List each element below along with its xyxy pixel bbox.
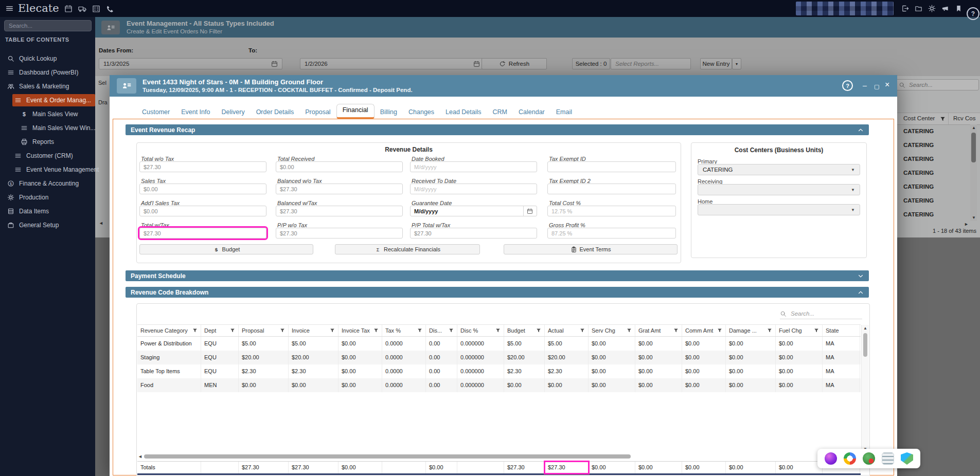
field-input-balanced-w-tax[interactable]: $27.30 <box>276 206 403 216</box>
calendar-icon[interactable] <box>64 5 73 13</box>
sidebar-item-production[interactable]: Production <box>0 191 95 204</box>
filter-button[interactable] <box>280 328 285 333</box>
chevron-down-icon[interactable] <box>858 273 864 279</box>
field-input-received-to-date[interactable]: M/d/yyyy <box>410 184 537 194</box>
breakdown-search-input[interactable] <box>790 310 853 317</box>
sidebar-item-customer-crm[interactable]: Customer (CRM) <box>0 150 95 162</box>
field-input-guarantee-date[interactable]: M/d/yyyy <box>410 206 537 216</box>
event-terms-button[interactable]: Event Terms <box>504 244 678 254</box>
tab-crm[interactable]: CRM <box>487 106 513 119</box>
table-row-table-top-items[interactable]: Table Top ItemsEQU$2.30$2.30$0.000.00000… <box>137 364 861 378</box>
bookmark-icon[interactable] <box>955 5 963 12</box>
shield-icon[interactable] <box>901 452 913 465</box>
table-row-staging[interactable]: StagingEQU$20.00$20.00$0.000.00000.000.0… <box>137 351 861 364</box>
tab-email[interactable]: Email <box>550 106 578 119</box>
filter-button[interactable] <box>767 328 772 333</box>
minimize-button[interactable]: – <box>863 81 867 90</box>
sidebar-item-finance-accounting[interactable]: $Finance & Accounting <box>0 177 95 190</box>
sidebar-search-input[interactable] <box>4 20 92 31</box>
event-dialog-header[interactable]: Event 1433 Night of Stars - 0M - M Build… <box>110 75 897 97</box>
filter-button[interactable] <box>330 328 335 333</box>
field-input-sales-tax[interactable]: $0.00 <box>139 184 266 194</box>
megaphone-icon[interactable] <box>941 5 949 12</box>
filter-button[interactable] <box>192 328 198 333</box>
table-row-food[interactable]: FoodMEN$0.00$0.00$0.000.00000.000.000000… <box>137 378 861 392</box>
purple-orb-icon[interactable] <box>825 452 837 465</box>
calendar-button[interactable] <box>523 206 533 216</box>
sidebar-item-event-order-manag[interactable]: Event & Order Manag... <box>12 94 95 106</box>
filter-button[interactable] <box>373 328 379 333</box>
filter-button[interactable] <box>814 328 819 333</box>
chevron-up-icon[interactable] <box>858 127 864 133</box>
tab-calendar[interactable]: Calendar <box>513 106 550 119</box>
color-wheel-icon[interactable] <box>844 452 856 465</box>
filter-button[interactable] <box>230 328 235 333</box>
section-event-revenue-recap[interactable]: Event Revenue Recap <box>126 124 869 135</box>
menu-icon[interactable] <box>5 4 14 13</box>
folder-icon[interactable] <box>915 5 922 12</box>
tab-changes[interactable]: Changes <box>403 106 440 119</box>
close-button[interactable]: × <box>885 80 889 89</box>
recalculate-financials-button[interactable]: ΣRecalculate Financials <box>335 244 480 254</box>
field-input-total-cost[interactable]: 12.75 % <box>547 206 676 216</box>
field-input-add-l-sales-tax[interactable]: $0.00 <box>139 206 266 216</box>
breakdown-search-box[interactable] <box>780 308 862 319</box>
global-help-button[interactable]: ? <box>967 7 979 20</box>
filter-button[interactable] <box>495 328 501 333</box>
tab-billing[interactable]: Billing <box>375 106 403 119</box>
tab-delivery[interactable]: Delivery <box>216 106 250 119</box>
field-input-total-w-tax[interactable]: $27.30 <box>139 228 266 239</box>
list-icon[interactable] <box>882 452 894 465</box>
section-payment-schedule[interactable]: Payment Schedule <box>126 270 869 281</box>
field-input-tax-exempt-id[interactable] <box>547 161 676 172</box>
cost-center-select-receiving[interactable]: ▼ <box>698 184 860 195</box>
scroll-up-icon[interactable]: ▲ <box>863 326 867 331</box>
truck-icon[interactable] <box>78 5 86 13</box>
menu-icon[interactable] <box>5 4 14 13</box>
logout-icon[interactable] <box>901 5 909 12</box>
sidebar-item-event-venue-management[interactable]: Event Venue Management <box>0 163 95 176</box>
sidebar-item-general-setup[interactable]: General Setup <box>0 219 95 231</box>
field-input-gross-profit[interactable]: 87.25 % <box>547 228 676 239</box>
cost-center-select-primary[interactable]: CATERING▼ <box>698 164 860 175</box>
field-input-total-w-o-tax[interactable]: $27.30 <box>139 161 266 172</box>
tab-customer[interactable]: Customer <box>136 106 175 119</box>
table-horizontal-scrollbar[interactable]: ◄ <box>138 453 860 460</box>
filter-button[interactable] <box>673 328 679 333</box>
filter-button[interactable] <box>627 328 632 333</box>
section-revenue-code-breakdown[interactable]: Revenue Code Breakdown <box>126 287 869 298</box>
field-input-balanced-w-o-tax[interactable]: $27.30 <box>276 184 403 194</box>
sidebar-item-reports[interactable]: Reports <box>0 136 95 148</box>
green-badge-icon[interactable] <box>863 452 875 465</box>
field-input-p-p-w-o-tax[interactable]: $27.30 <box>276 228 403 239</box>
field-input-tax-exempt-id-2[interactable] <box>547 184 676 194</box>
tab-proposal[interactable]: Proposal <box>299 106 336 119</box>
field-input-date-booked[interactable]: M/d/yyyy <box>410 161 537 172</box>
maximize-button[interactable]: ▢ <box>874 82 879 91</box>
dialog-help-button[interactable]: ? <box>842 80 853 91</box>
budget-button[interactable]: $Budget <box>139 244 313 254</box>
tab-order-details[interactable]: Order Details <box>251 106 300 119</box>
scroll-thumb[interactable] <box>863 333 867 357</box>
cost-center-select-home[interactable]: ▼ <box>698 204 860 215</box>
filter-button[interactable] <box>449 328 454 333</box>
sidebar-item-sales-marketing[interactable]: Sales & Marketing <box>0 80 95 93</box>
chevron-up-icon[interactable] <box>858 289 864 296</box>
field-input-p-p-total-w-tax[interactable]: $27.30 <box>410 228 537 239</box>
field-input-total-received[interactable]: $0.00 <box>276 161 403 172</box>
sidebar-item-main-sales-view[interactable]: $Main Sales View <box>0 108 95 120</box>
sidebar-item-main-sales-view-win[interactable]: Main Sales View Win... <box>0 122 95 134</box>
scroll-left-icon[interactable]: ◄ <box>138 454 142 459</box>
filter-button[interactable] <box>717 328 722 333</box>
scroll-thumb[interactable] <box>144 454 631 459</box>
building-icon[interactable] <box>92 5 100 13</box>
table-vertical-scrollbar[interactable]: ▲ ▼ <box>861 325 869 452</box>
tab-lead-details[interactable]: Lead Details <box>440 106 487 119</box>
table-row-power-distribution[interactable]: Power & DistributionEQU$5.00$5.00$0.000.… <box>137 337 861 351</box>
filter-button[interactable] <box>580 328 585 333</box>
filter-button[interactable] <box>417 328 422 333</box>
phone-icon[interactable] <box>106 5 114 13</box>
tab-event-info[interactable]: Event Info <box>175 106 216 119</box>
filter-button[interactable] <box>536 328 541 333</box>
sidebar-item-quick-lookup[interactable]: Quick Lookup <box>0 52 95 65</box>
